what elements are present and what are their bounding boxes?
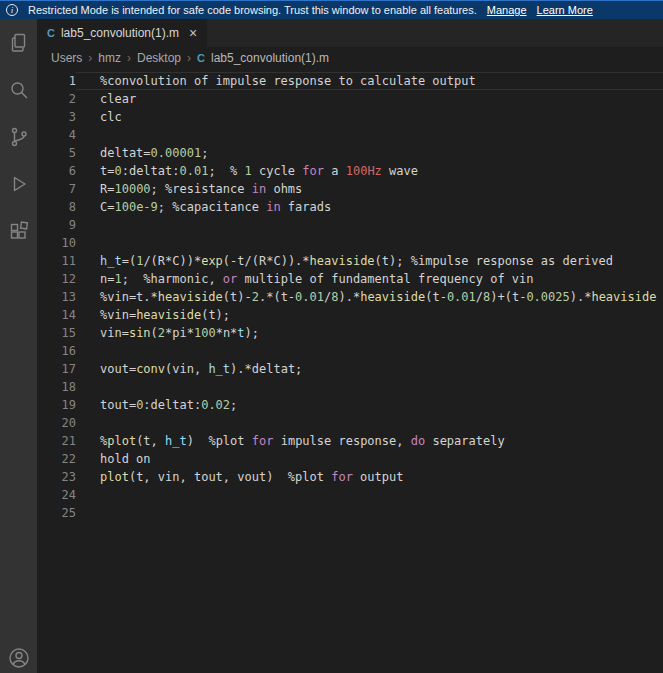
code-line[interactable]: 20: [37, 414, 663, 432]
line-number[interactable]: 9: [37, 216, 76, 234]
code-line[interactable]: 14%vin=heaviside(t);: [37, 306, 663, 324]
code-text: [76, 216, 663, 234]
code-line[interactable]: 16: [37, 342, 663, 360]
code-token: (t-: [425, 290, 447, 304]
code-line[interactable]: 17vout=conv(vin, h_t).*deltat;: [37, 360, 663, 378]
code-token: for: [252, 434, 274, 448]
code-text: %convolution of impulse response to calc…: [76, 72, 663, 90]
line-number[interactable]: 5: [37, 144, 76, 162]
code-line[interactable]: 6t=0:deltat:0.01; % 1 cycle for a 100Hz …: [37, 162, 663, 180]
code-line[interactable]: 2clear: [37, 90, 663, 108]
code-token: );: [245, 326, 259, 340]
code-line[interactable]: 23plot(t, vin, tout, vout) %plot for out…: [37, 468, 663, 486]
close-icon[interactable]: ×: [189, 26, 197, 40]
line-number[interactable]: 12: [37, 270, 76, 288]
tab-lab5-convolution[interactable]: C lab5_convolution(1).m ×: [37, 19, 207, 47]
breadcrumb-item-users[interactable]: Users: [51, 51, 82, 65]
code-line[interactable]: 21%plot(t, h_t) %plot for impulse respon…: [37, 432, 663, 450]
line-number[interactable]: 18: [37, 378, 76, 396]
code-area[interactable]: 1%convolution of impulse response to cal…: [37, 69, 663, 673]
code-token: %convolution of impulse response to calc…: [100, 74, 476, 88]
code-token: .*(t-: [259, 290, 295, 304]
line-number[interactable]: 19: [37, 396, 76, 414]
code-line[interactable]: 13%vin=t.*heaviside(t)-2.*(t-0.01/8).*he…: [37, 288, 663, 306]
activity-bar-source-control[interactable]: [0, 113, 37, 160]
line-number[interactable]: 3: [37, 108, 76, 126]
line-number[interactable]: 17: [37, 360, 76, 378]
code-line[interactable]: 12n=1; %harmonic, or multiple of fundame…: [37, 270, 663, 288]
code-line[interactable]: 18: [37, 378, 663, 396]
code-line[interactable]: 10: [37, 234, 663, 252]
code-token: (-t/(R*C)).*: [223, 254, 310, 268]
code-token: 1: [114, 272, 121, 286]
line-number[interactable]: 21: [37, 432, 76, 450]
code-token: 2: [158, 326, 165, 340]
code-line[interactable]: 19tout=0:deltat:0.02;: [37, 396, 663, 414]
line-number[interactable]: 22: [37, 450, 76, 468]
code-token: %vin=t.*: [100, 290, 158, 304]
line-number[interactable]: 6: [37, 162, 76, 180]
code-token: (t);: [201, 308, 230, 322]
run-and-debug-icon: [7, 172, 31, 196]
code-line[interactable]: 8C=100e-9; %capacitance in farads: [37, 198, 663, 216]
code-line[interactable]: 5deltat=0.00001;: [37, 144, 663, 162]
code-token: =(: [122, 254, 136, 268]
line-number[interactable]: 20: [37, 414, 76, 432]
line-number[interactable]: 4: [37, 126, 76, 144]
code-line[interactable]: 22hold on: [37, 450, 663, 468]
code-line[interactable]: 25: [37, 504, 663, 522]
activity-bar-search[interactable]: [0, 66, 37, 113]
code-text: [76, 504, 663, 522]
line-number[interactable]: 11: [37, 252, 76, 270]
line-number[interactable]: 10: [37, 234, 76, 252]
code-token: heaviside: [158, 290, 223, 304]
code-text: C=100e-9; %capacitance in farads: [76, 198, 663, 216]
activity-bar-explorer[interactable]: [0, 19, 37, 66]
line-number[interactable]: 7: [37, 180, 76, 198]
code-token: 100Hz: [346, 164, 382, 178]
code-token: 0.00001: [151, 146, 202, 160]
line-number[interactable]: 14: [37, 306, 76, 324]
code-token: for: [302, 164, 324, 178]
code-line[interactable]: 15vin=sin(2*pi*100*n*t);: [37, 324, 663, 342]
code-line[interactable]: 24: [37, 486, 663, 504]
code-token: ; %resistance: [151, 182, 252, 196]
activity-bar-account[interactable]: [0, 644, 37, 672]
activity-bar-extensions[interactable]: [0, 207, 37, 254]
code-text: [76, 486, 663, 504]
code-text: deltat=0.00001;: [76, 144, 663, 162]
line-number[interactable]: 16: [37, 342, 76, 360]
code-line[interactable]: 4: [37, 126, 663, 144]
breadcrumb-item-desktop[interactable]: Desktop: [137, 51, 181, 65]
code-line[interactable]: 9: [37, 216, 663, 234]
breadcrumb-item-hmz[interactable]: hmz: [98, 51, 121, 65]
code-token: /: [476, 290, 483, 304]
banner-learn-more-link[interactable]: Learn More: [537, 4, 593, 16]
line-number[interactable]: 24: [37, 486, 76, 504]
code-token: :deltat:: [143, 398, 201, 412]
code-token: n=: [100, 272, 114, 286]
code-token: 0.0025: [526, 290, 569, 304]
code-text: %vin=heaviside(t);: [76, 306, 663, 324]
line-number[interactable]: 8: [37, 198, 76, 216]
activity-bar-run-debug[interactable]: [0, 160, 37, 207]
code-line[interactable]: 11h_t=(1/(R*C))*exp(-t/(R*C)).*heaviside…: [37, 252, 663, 270]
line-number[interactable]: 2: [37, 90, 76, 108]
line-number[interactable]: 1: [37, 72, 76, 90]
line-number[interactable]: 15: [37, 324, 76, 342]
source-control-icon: [7, 125, 31, 149]
code-token: clear: [100, 92, 136, 106]
code-token: cycle: [252, 164, 303, 178]
code-line[interactable]: 7R=10000; %resistance in ohms: [37, 180, 663, 198]
breadcrumb-item-file[interactable]: lab5_convolution(1).m: [211, 51, 329, 65]
line-number[interactable]: 25: [37, 504, 76, 522]
code-token: ; %capacitance: [158, 200, 266, 214]
line-number[interactable]: 23: [37, 468, 76, 486]
code-line[interactable]: 1%convolution of impulse response to cal…: [37, 72, 663, 90]
code-token: 0.01: [447, 290, 476, 304]
line-number[interactable]: 13: [37, 288, 76, 306]
code-text: plot(t, vin, tout, vout) %plot for outpu…: [76, 468, 663, 486]
code-line[interactable]: 3clc: [37, 108, 663, 126]
code-text: vin=sin(2*pi*100*n*t);: [76, 324, 663, 342]
banner-manage-link[interactable]: Manage: [487, 4, 527, 16]
